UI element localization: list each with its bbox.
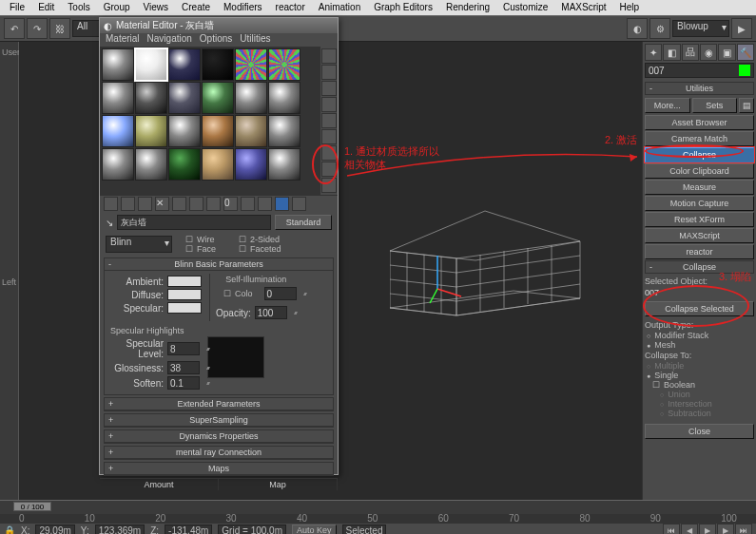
tab-modify[interactable]: ◧ bbox=[663, 44, 680, 61]
util-reset-xform[interactable]: Reset XForm bbox=[645, 212, 754, 227]
uv-tiling-icon[interactable] bbox=[321, 97, 337, 112]
radio-single[interactable]: Single bbox=[645, 371, 754, 380]
chk-boolean[interactable]: Boolean bbox=[645, 380, 754, 390]
prev-frame-icon[interactable]: ◀ bbox=[681, 524, 698, 534]
opacity-spinner[interactable]: 100 bbox=[255, 306, 287, 319]
put-to-scene-icon[interactable] bbox=[121, 197, 135, 211]
sample-slot[interactable] bbox=[102, 115, 134, 147]
render-button[interactable]: ▶ bbox=[731, 18, 752, 39]
sample-slot[interactable] bbox=[168, 48, 201, 81]
tab-hierarchy[interactable]: 品 bbox=[682, 44, 699, 61]
sample-slot[interactable] bbox=[135, 82, 167, 114]
redo-button[interactable]: ↷ bbox=[27, 18, 48, 39]
self-illum-spinner[interactable]: 0 bbox=[264, 287, 297, 300]
sample-slot[interactable] bbox=[235, 48, 267, 81]
next-frame-icon[interactable]: ▶ bbox=[717, 524, 734, 534]
goto-start-icon[interactable]: ⏮ bbox=[663, 524, 680, 534]
menu-create[interactable]: Create bbox=[176, 1, 216, 14]
show-in-viewport-icon[interactable] bbox=[241, 197, 255, 211]
diffuse-swatch[interactable] bbox=[167, 289, 202, 300]
material-type-button[interactable]: Standard bbox=[275, 215, 332, 230]
sample-slot[interactable] bbox=[168, 115, 201, 147]
menu-edit[interactable]: Edit bbox=[32, 1, 60, 14]
chk-2sided[interactable]: 2-Sided bbox=[231, 235, 289, 244]
sets-button[interactable]: Sets bbox=[692, 98, 738, 113]
put-to-library-icon[interactable] bbox=[206, 197, 221, 211]
sample-slot[interactable] bbox=[102, 148, 134, 181]
menu-maxscript[interactable]: MAXScript bbox=[555, 1, 611, 14]
sample-slot[interactable] bbox=[268, 82, 300, 114]
go-to-parent-icon[interactable] bbox=[275, 197, 289, 211]
rollout-supersampling[interactable]: SuperSampling bbox=[105, 414, 333, 427]
more-button[interactable]: More... bbox=[645, 98, 690, 113]
object-color-swatch[interactable] bbox=[739, 65, 750, 76]
util-color-clipboard[interactable]: Color Clipboard bbox=[645, 163, 754, 179]
undo-button[interactable]: ↶ bbox=[4, 18, 25, 39]
sample-slot[interactable] bbox=[202, 148, 234, 181]
sample-slot[interactable] bbox=[235, 148, 267, 181]
spec-level-spinner[interactable]: 8 bbox=[167, 342, 200, 355]
menu-customize[interactable]: Customize bbox=[497, 1, 553, 14]
select-by-material-icon[interactable] bbox=[321, 162, 337, 177]
rollout-extended[interactable]: Extended Parameters bbox=[105, 398, 333, 410]
reset-map-icon[interactable]: ✕ bbox=[155, 197, 169, 211]
specular-swatch[interactable] bbox=[167, 302, 202, 314]
sample-slot[interactable] bbox=[202, 115, 234, 147]
video-check-icon[interactable] bbox=[321, 113, 337, 128]
menu-rendering[interactable]: Rendering bbox=[440, 1, 495, 14]
util-maxscript[interactable]: MAXScript bbox=[645, 228, 754, 243]
rollout-dynamics[interactable]: Dynamics Properties bbox=[105, 430, 333, 443]
material-id-icon[interactable]: 0 bbox=[223, 197, 238, 211]
shader-dropdown[interactable]: Blinn bbox=[106, 236, 172, 253]
go-forward-icon[interactable] bbox=[292, 197, 306, 211]
collapse-selected-button[interactable]: Collapse Selected bbox=[645, 301, 754, 316]
chk-self-illum-color[interactable]: Colo bbox=[216, 289, 261, 298]
tab-create[interactable]: ✦ bbox=[645, 44, 662, 61]
tab-utilities[interactable]: 🔨 bbox=[737, 44, 754, 61]
collapse-rollout-header[interactable]: Collapse bbox=[645, 260, 754, 274]
show-end-result-icon[interactable] bbox=[258, 197, 272, 211]
sample-slot[interactable] bbox=[202, 82, 234, 114]
object-name-field[interactable]: 007 bbox=[645, 63, 754, 78]
util-collapse[interactable]: Collapse bbox=[645, 147, 754, 162]
sample-slot[interactable] bbox=[168, 82, 201, 114]
material-name-field[interactable] bbox=[117, 215, 271, 230]
glossiness-spinner[interactable]: 38 bbox=[167, 361, 200, 374]
menu-modifiers[interactable]: Modifiers bbox=[218, 1, 268, 14]
assign-to-selection-icon[interactable] bbox=[138, 197, 152, 211]
pick-material-icon[interactable]: ↘ bbox=[106, 218, 113, 228]
make-copy-icon[interactable] bbox=[172, 197, 186, 211]
util-motion-capture[interactable]: Motion Capture bbox=[645, 196, 754, 211]
tab-display[interactable]: ▣ bbox=[718, 44, 735, 61]
sample-slot[interactable] bbox=[135, 148, 167, 181]
sample-slot[interactable] bbox=[235, 82, 267, 114]
sample-slot[interactable] bbox=[202, 48, 234, 81]
rollout-mentalray[interactable]: mental ray Connection bbox=[105, 447, 333, 459]
sample-slot[interactable] bbox=[168, 148, 201, 181]
sample-type-icon[interactable] bbox=[321, 48, 337, 64]
chk-facemap[interactable]: Face bbox=[178, 244, 223, 254]
background-icon[interactable] bbox=[321, 81, 337, 96]
configure-sets-button[interactable]: ▤ bbox=[739, 98, 754, 113]
material-editor-titlebar[interactable]: ◐ Material Editor - 灰白墙 bbox=[100, 18, 338, 33]
goto-end-icon[interactable]: ⏭ bbox=[735, 524, 752, 534]
menu-file[interactable]: File bbox=[4, 1, 30, 14]
menu-help[interactable]: Help bbox=[614, 1, 646, 14]
close-button[interactable]: Close bbox=[645, 424, 754, 439]
radio-modifier-stack[interactable]: Modifier Stack bbox=[645, 331, 754, 340]
radio-mesh[interactable]: Mesh bbox=[645, 340, 754, 350]
mat-menu-navigation[interactable]: Navigation bbox=[147, 33, 192, 47]
key-filter-selected[interactable]: Selected bbox=[342, 524, 387, 535]
render-setup-button[interactable]: ⚙ bbox=[649, 18, 670, 39]
material-map-nav-icon[interactable] bbox=[321, 178, 337, 193]
get-material-icon[interactable] bbox=[104, 197, 118, 211]
sample-slot[interactable] bbox=[135, 115, 167, 147]
sample-slot[interactable] bbox=[268, 48, 300, 81]
sample-slot[interactable] bbox=[235, 115, 267, 147]
sample-slot[interactable] bbox=[102, 82, 134, 114]
backlight-icon[interactable] bbox=[321, 65, 337, 80]
menu-tools[interactable]: Tools bbox=[62, 1, 95, 14]
tab-motion[interactable]: ◉ bbox=[700, 44, 717, 61]
mat-menu-material[interactable]: Material bbox=[106, 33, 140, 47]
y-coord[interactable]: 123.369m bbox=[95, 524, 145, 535]
